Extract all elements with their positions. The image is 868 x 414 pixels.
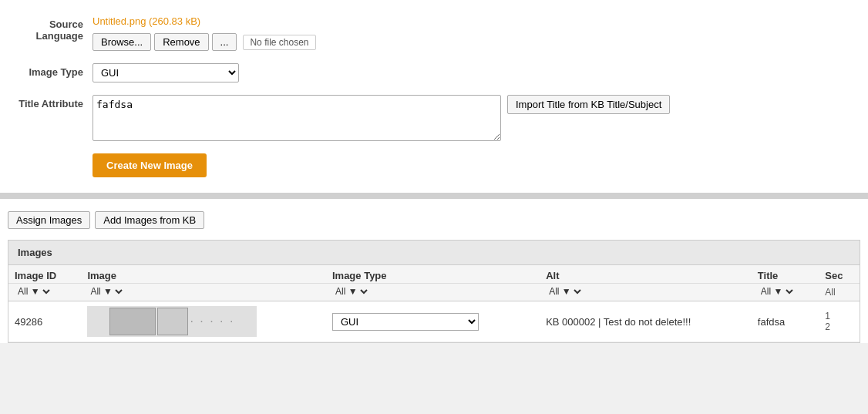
source-language-label: Source Language xyxy=(8,15,93,42)
add-images-from-kb-button[interactable]: Add Images from KB xyxy=(95,211,204,229)
cell-image: · · · · · xyxy=(81,301,326,342)
thumb-dots: · · · · · xyxy=(190,315,234,328)
sec-value-1: 1 xyxy=(825,311,853,321)
table-header-row: Image ID Image Image Type Alt Title Sec xyxy=(8,265,860,284)
image-type-content: GUI Screenshot Diagram Photo xyxy=(93,63,860,82)
table-row: 49286 · · · · · xyxy=(8,301,860,342)
filter-image-select[interactable]: All ▼ xyxy=(87,285,125,298)
filter-title: All ▼ xyxy=(752,284,819,301)
thumb-block-2 xyxy=(157,308,188,335)
filter-image-id: All ▼ xyxy=(8,284,81,301)
images-section-title: Images xyxy=(8,241,860,265)
sec-value-2: 2 xyxy=(825,321,853,332)
bottom-section: Assign Images Add Images from KB Images … xyxy=(0,199,868,343)
image-type-select[interactable]: GUI Screenshot Diagram Photo xyxy=(93,63,239,82)
create-new-image-button[interactable]: Create New Image xyxy=(93,153,207,177)
file-btn-group: Browse... Remove ... No file chosen xyxy=(93,33,860,51)
sec-values: 1 2 xyxy=(825,311,853,332)
col-image-type: Image Type xyxy=(326,265,540,284)
no-file-chosen-label: No file chosen xyxy=(243,35,315,50)
bottom-toolbar: Assign Images Add Images from KB xyxy=(8,211,860,229)
title-attribute-content: fafdsa Import Title from KB Title/Subjec… xyxy=(93,95,670,141)
filter-sec: All xyxy=(819,284,860,301)
col-title: Title xyxy=(752,265,819,284)
assign-images-button[interactable]: Assign Images xyxy=(8,211,90,229)
remove-button[interactable]: Remove xyxy=(154,33,208,51)
filter-sec-label: All xyxy=(825,287,835,298)
create-button-row: Create New Image xyxy=(8,153,860,177)
file-info: Untitled.png (260.83 kB) xyxy=(93,15,860,27)
cell-alt: KB 000002 | Test do not delete!!! xyxy=(540,301,752,342)
thumb-block-1 xyxy=(109,308,156,335)
filter-image-id-select[interactable]: All ▼ xyxy=(15,285,52,298)
table-filter-row: All ▼ All ▼ All ▼ xyxy=(8,284,860,301)
image-type-row: Image Type GUI Screenshot Diagram Photo xyxy=(8,63,860,82)
title-attribute-row: Title Attribute fafdsa Import Title from… xyxy=(8,95,860,141)
cell-image-id: 49286 xyxy=(8,301,81,342)
cell-image-type: GUI Screenshot Diagram xyxy=(326,301,540,342)
title-value: fafdsa xyxy=(758,316,785,328)
title-attribute-input[interactable]: fafdsa xyxy=(93,95,501,141)
browse-button[interactable]: Browse... xyxy=(93,33,151,51)
col-image: Image xyxy=(81,265,326,284)
source-language-content: Untitled.png (260.83 kB) Browse... Remov… xyxy=(93,15,860,51)
images-table: Image ID Image Image Type Alt Title Sec … xyxy=(8,265,860,342)
image-thumbnail: · · · · · xyxy=(87,306,257,337)
row-image-type-select[interactable]: GUI Screenshot Diagram xyxy=(332,313,479,331)
cell-sec: 1 2 xyxy=(819,301,860,342)
image-id-value: 49286 xyxy=(15,316,42,328)
title-attribute-label: Title Attribute xyxy=(8,95,93,109)
col-alt: Alt xyxy=(540,265,752,284)
alt-value: KB 000002 | Test do not delete!!! xyxy=(546,316,691,328)
source-language-row: Source Language Untitled.png (260.83 kB)… xyxy=(8,15,860,51)
col-sec: Sec xyxy=(819,265,860,284)
filter-image-type-select[interactable]: All ▼ xyxy=(332,285,370,298)
top-section: Source Language Untitled.png (260.83 kB)… xyxy=(0,0,868,193)
cell-title: fafdsa xyxy=(752,301,819,342)
filter-image-type: All ▼ xyxy=(326,284,540,301)
filter-alt-select[interactable]: All ▼ xyxy=(546,285,584,298)
thumbnail-placeholder: · · · · · xyxy=(109,308,234,335)
filter-image: All ▼ xyxy=(81,284,326,301)
more-button[interactable]: ... xyxy=(212,33,237,51)
import-title-button[interactable]: Import Title from KB Title/Subject xyxy=(507,95,670,114)
filter-title-select[interactable]: All ▼ xyxy=(758,285,796,298)
section-divider xyxy=(0,193,868,199)
col-image-id: Image ID xyxy=(8,265,81,284)
images-table-container: Images Image ID Image Image Type Alt Tit… xyxy=(8,240,860,343)
filter-alt: All ▼ xyxy=(540,284,752,301)
image-type-label: Image Type xyxy=(8,63,93,78)
